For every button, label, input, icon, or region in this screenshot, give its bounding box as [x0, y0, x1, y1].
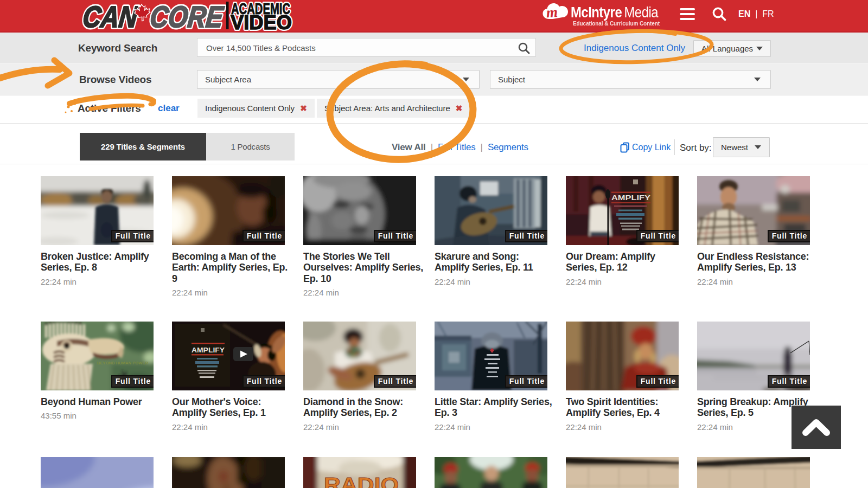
svg-text:CAN: CAN — [81, 1, 139, 31]
svg-text:VIDEO: VIDEO — [231, 11, 292, 31]
svg-text:BEYOND HUMAN POWER: BEYOND HUMAN POWER — [97, 361, 148, 365]
svg-text:RADIO: RADIO — [324, 474, 399, 488]
svg-text:CORE: CORE — [149, 1, 226, 31]
svg-text:AMPLIFY: AMPLIFY — [611, 194, 650, 202]
svg-text:AMPLIFY: AMPLIFY — [192, 346, 225, 354]
svg-text:m: m — [546, 4, 558, 21]
